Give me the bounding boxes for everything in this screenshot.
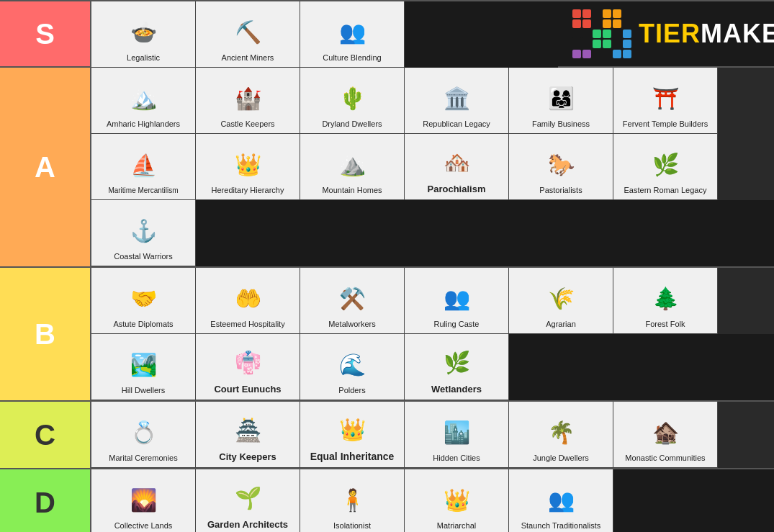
tier-label-c: C xyxy=(0,402,90,468)
item-jungle-dwellers[interactable]: 🌴 Jungle Dwellers xyxy=(509,402,613,468)
hidden-cities-icon: 🏙️ xyxy=(431,412,482,452)
item-marital-ceremonies[interactable]: 💍 Marital Ceremonies xyxy=(91,402,196,468)
item-matriarchal[interactable]: 👑 Matriarchal xyxy=(405,469,509,532)
legalistic-label: Legalistic xyxy=(127,53,160,63)
ruling-caste-label: Ruling Caste xyxy=(434,320,480,329)
tier-table: S 🍲 Legalistic ⛏️ Ancient Miners 👥 Cultu… xyxy=(0,0,774,532)
family-business-icon: 👨‍👩‍👧 xyxy=(536,78,586,118)
a-dark-fill xyxy=(196,200,774,266)
b-dark-fill xyxy=(509,334,774,400)
eastern-roman-legacy-label: Eastern Roman Legacy xyxy=(624,186,707,195)
equal-inheritance-icon: 👑 xyxy=(327,410,377,449)
polders-label: Polders xyxy=(338,386,365,395)
city-keepers-label: City Keepers xyxy=(219,451,276,463)
s-dark-fill xyxy=(405,1,558,68)
astute-diplomats-icon: 🤝 xyxy=(118,279,168,318)
fervent-temple-builders-icon: ⛩️ xyxy=(640,78,690,118)
hereditary-hierarchy-label: Hereditary Hierarchy xyxy=(212,186,284,195)
castle-keepers-label: Castle Keepers xyxy=(220,120,274,129)
amharic-highlanders-icon: 🏔️ xyxy=(118,78,168,118)
hereditary-hierarchy-icon: 👑 xyxy=(222,145,273,184)
tier-items-a: 🏔️ Amharic Highlanders 🏰 Castle Keepers … xyxy=(90,68,774,266)
item-culture-blending[interactable]: 👥 Culture Blending xyxy=(300,1,405,68)
item-hidden-cities[interactable]: 🏙️ Hidden Cities xyxy=(405,402,509,468)
matriarchal-label: Matriarchal xyxy=(437,521,476,531)
monastic-communities-icon: 🏚️ xyxy=(640,412,690,452)
culture-blending-icon: 👥 xyxy=(327,12,377,52)
item-amharic-highlanders[interactable]: 🏔️ Amharic Highlanders xyxy=(91,68,196,134)
item-mountain-homes[interactable]: ⛰️ Mountain Homes xyxy=(300,134,405,200)
maritime-mercantilism-label: Maritime Mercantilism xyxy=(108,186,178,195)
item-dryland-dwellers[interactable]: 🌵 Dryland Dwellers xyxy=(300,68,405,134)
tier-row-c: C 💍 Marital Ceremonies 🏯 City Keepers 👑 … xyxy=(0,400,774,468)
item-agrarian[interactable]: 🌾 Agrarian xyxy=(509,268,613,334)
item-hereditary-hierarchy[interactable]: 👑 Hereditary Hierarchy xyxy=(196,134,300,200)
item-collective-lands[interactable]: 🌄 Collective Lands xyxy=(91,469,196,532)
item-wetlanders[interactable]: 🌿 Wetlanders xyxy=(405,334,509,400)
legalistic-icon: 🍲 xyxy=(118,12,168,52)
staunch-traditionalists-icon: 👥 xyxy=(536,480,586,520)
item-esteemed-hospitality[interactable]: 🤲 Esteemed Hospitality xyxy=(196,268,300,334)
parochialism-label: Parochialism xyxy=(428,184,486,195)
agrarian-label: Agrarian xyxy=(546,320,576,329)
metalworkers-label: Metalworkers xyxy=(328,320,375,329)
mountain-homes-label: Mountain Homes xyxy=(322,186,382,195)
item-hill-dwellers[interactable]: 🏞️ Hill Dwellers xyxy=(91,334,196,400)
monastic-communities-label: Monastic Communities xyxy=(625,454,705,463)
culture-blending-label: Culture Blending xyxy=(323,53,381,63)
item-forest-folk[interactable]: 🌲 Forest Folk xyxy=(613,268,718,334)
item-fervent-temple-builders[interactable]: ⛩️ Fervent Temple Builders xyxy=(613,68,718,134)
tier-row-d: D 🌄 Collective Lands 🌱 Garden Architects… xyxy=(0,468,774,532)
item-equal-inheritance[interactable]: 👑 Equal Inheritance xyxy=(300,402,405,468)
item-metalworkers[interactable]: ⚒️ Metalworkers xyxy=(300,268,405,334)
item-monastic-communities[interactable]: 🏚️ Monastic Communities xyxy=(613,402,718,468)
agrarian-icon: 🌾 xyxy=(536,279,586,318)
city-keepers-icon: 🏯 xyxy=(222,410,273,450)
item-republican-legacy[interactable]: 🏛️ Republican Legacy xyxy=(405,68,509,134)
collective-lands-icon: 🌄 xyxy=(118,480,168,520)
item-ruling-caste[interactable]: 👥 Ruling Caste xyxy=(405,268,509,334)
esteemed-hospitality-icon: 🤲 xyxy=(222,279,273,318)
tier-label-a: A xyxy=(0,68,90,266)
collective-lands-label: Collective Lands xyxy=(114,521,173,531)
tier-items-b: 🤝 Astute Diplomats 🤲 Esteemed Hospitalit… xyxy=(90,268,774,400)
item-astute-diplomats[interactable]: 🤝 Astute Diplomats xyxy=(91,268,196,334)
tier-row-a: A 🏔️ Amharic Highlanders 🏰 Castle Keeper… xyxy=(0,66,774,266)
wetlanders-label: Wetlanders xyxy=(431,384,482,395)
family-business-label: Family Business xyxy=(532,120,590,129)
item-pastorialists[interactable]: 🐎 Pastorialists xyxy=(509,134,613,200)
item-garden-architects[interactable]: 🌱 Garden Architects xyxy=(196,469,300,532)
item-staunch-traditionalists[interactable]: 👥 Staunch Traditionalists xyxy=(509,469,613,532)
jungle-dwellers-label: Jungle Dwellers xyxy=(533,454,589,463)
item-isolationist[interactable]: 🧍 Isolationist xyxy=(300,469,405,532)
ancient-miners-icon: ⛏️ xyxy=(222,12,273,52)
tier-label-d: D xyxy=(0,469,90,532)
item-legalistic[interactable]: 🍲 Legalistic xyxy=(91,1,196,68)
ancient-miners-label: Ancient Miners xyxy=(222,53,274,63)
tier-row-b: B 🤝 Astute Diplomats 🤲 Esteemed Hospital… xyxy=(0,266,774,400)
forest-folk-icon: 🌲 xyxy=(640,279,690,318)
pastorialists-icon: 🐎 xyxy=(536,145,586,184)
tier-row-s: S 🍲 Legalistic ⛏️ Ancient Miners 👥 Cultu… xyxy=(0,0,774,66)
coastal-warriors-icon: ⚓ xyxy=(118,211,168,251)
item-polders[interactable]: 🌊 Polders xyxy=(300,334,405,400)
item-maritime-mercantilism[interactable]: ⛵ Maritime Mercantilism xyxy=(91,134,196,200)
item-city-keepers[interactable]: 🏯 City Keepers xyxy=(196,402,300,468)
item-court-eunuchs[interactable]: 👘 Court Eunuchs xyxy=(196,334,300,400)
tier-items-s: 🍲 Legalistic ⛏️ Ancient Miners 👥 Culture… xyxy=(90,1,558,66)
item-eastern-roman-legacy[interactable]: 🌿 Eastern Roman Legacy xyxy=(613,134,718,200)
item-family-business[interactable]: 👨‍👩‍👧 Family Business xyxy=(509,68,613,134)
court-eunuchs-label: Court Eunuchs xyxy=(214,384,281,395)
equal-inheritance-label: Equal Inheritance xyxy=(310,451,395,463)
item-parochialism[interactable]: 🏘️ Parochialism xyxy=(405,134,509,200)
hill-dwellers-label: Hill Dwellers xyxy=(122,386,166,395)
parochialism-icon: 🏘️ xyxy=(431,143,482,182)
maritime-mercantilism-icon: ⛵ xyxy=(118,145,168,185)
eastern-roman-legacy-icon: 🌿 xyxy=(640,145,690,184)
item-ancient-miners[interactable]: ⛏️ Ancient Miners xyxy=(196,1,300,68)
republican-legacy-icon: 🏛️ xyxy=(431,78,482,118)
item-coastal-warriors[interactable]: ⚓ Coastal Warriors xyxy=(91,200,196,266)
forest-folk-label: Forest Folk xyxy=(645,320,685,329)
tier-items-c: 💍 Marital Ceremonies 🏯 City Keepers 👑 Eq… xyxy=(90,402,774,468)
item-castle-keepers[interactable]: 🏰 Castle Keepers xyxy=(196,68,300,134)
